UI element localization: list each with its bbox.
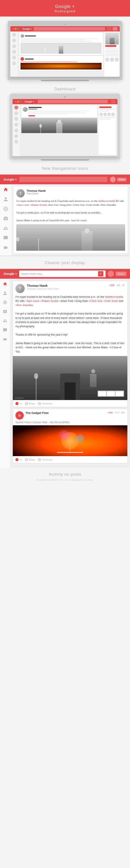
nav-topbar: Google + Share xyxy=(0,175,130,184)
mac-camera xyxy=(64,24,66,25)
cleaner-sidebar-chat[interactable] xyxy=(2,327,8,333)
mac-screen-body xyxy=(10,31,120,77)
cleaner-gadget-stats: +166 +117 30k xyxy=(107,411,125,414)
stat-comment: 22 xyxy=(122,284,125,286)
dashboard-search xyxy=(38,100,108,103)
mac-text-line xyxy=(21,41,92,42)
mac-search xyxy=(34,27,105,31)
cleaner-body: T Thomas Hawk Originally shared by Yotat… xyxy=(0,279,130,468)
cleaner-gadget-image xyxy=(13,425,127,456)
cleaner-gadget-meta: The Gadget Flow +166 +117 30k xyxy=(26,411,125,414)
mac-base xyxy=(41,80,89,81)
cleaner-gadget-link: Sparkle Palace Cocktail Table - http://b… xyxy=(13,421,127,425)
mac-avatar-2 xyxy=(21,57,24,61)
header-title: Google + xyxy=(4,4,126,9)
cleaner-gadget-share[interactable]: Share xyxy=(25,458,35,461)
cleaner-sidebar-home[interactable] xyxy=(2,281,8,287)
cleaner-sidebar-person[interactable] xyxy=(2,290,8,296)
dashboard-sidebar-icon-person xyxy=(14,111,18,115)
nav-post-meta: Thomas Hawk Yotat Cohen xyxy=(26,189,46,195)
cleaner-search-icon[interactable] xyxy=(98,271,103,276)
mac-sidebar-icon xyxy=(12,44,16,48)
cleaner-thomas-stats: +298 +85 22 xyxy=(109,284,125,286)
cleaner-topbar-avatar xyxy=(108,271,114,277)
nav-sidebar-chat[interactable] xyxy=(3,235,9,241)
nav-search[interactable] xyxy=(19,177,107,182)
cleaner-mic-head xyxy=(34,373,38,379)
mac-text-line xyxy=(21,39,85,40)
dashboard-sidebar-icon-video xyxy=(14,140,18,144)
nav-topbar-avatar xyxy=(110,177,116,182)
nav-topbar-logo: Google + xyxy=(3,178,17,181)
nav-post-text: I'm super excited to be heading out to C… xyxy=(16,199,125,222)
cleaner-gadget-actions: +1 Share Comment xyxy=(13,456,127,463)
nav-topbar-right: Share xyxy=(110,177,127,182)
cleaner-share-btn[interactable]: Share xyxy=(116,272,127,276)
cleaner-thomas-name: Thomas Hawk xyxy=(27,284,59,287)
nav-sidebar-group[interactable] xyxy=(3,225,9,231)
mac-right-avatar-2 xyxy=(110,57,114,62)
mac-topbar: Google + xyxy=(10,26,120,31)
gadget-stat-comment: 30k xyxy=(121,411,125,414)
gadget-stat-share: +117 xyxy=(114,411,120,414)
mac-right-item xyxy=(105,50,119,53)
mac-body: Google + xyxy=(8,21,122,80)
mac-link-line xyxy=(21,61,77,62)
mac-post-card-2 xyxy=(19,56,103,71)
page-header: Google + Redesigned xyxy=(0,0,130,17)
laptop-wrapper: Google + xyxy=(8,21,122,81)
cleaner-sidebar-video[interactable] xyxy=(2,336,8,342)
stat-plus: +298 xyxy=(109,284,114,286)
cleaner-gadget-avatar: G xyxy=(16,411,24,420)
nav-poster-sub: Yotat Cohen xyxy=(26,192,46,195)
nav-sidebar-person[interactable] xyxy=(3,196,9,202)
cleaner-thomas-avatar: T xyxy=(16,284,25,293)
mac-name-bar xyxy=(25,35,36,36)
dashboard-post-content xyxy=(28,107,96,116)
nav-share-btn[interactable]: Share xyxy=(117,178,127,181)
mac-main xyxy=(18,31,120,77)
cleaner-thomas-body: I'm super excited to be heading out to C… xyxy=(13,295,127,356)
cleaner-sidebar-planet[interactable] xyxy=(2,299,8,306)
nav-sidebar-video[interactable] xyxy=(3,245,9,251)
mac-screen: Google + xyxy=(10,26,120,77)
cleaner-gadget-plusone[interactable]: +1 xyxy=(16,458,22,461)
cleaner-gadget-comment[interactable]: Comment xyxy=(38,458,52,461)
nav-icons-label: New Navigational Icons xyxy=(0,163,130,174)
dashboard-sidebar xyxy=(12,104,20,156)
dashboard-mac-camera xyxy=(64,96,66,98)
mac-sidebar-icon xyxy=(12,38,16,42)
cleaner-action-share[interactable]: Share xyxy=(25,402,35,405)
cleaner-action-plusone[interactable]: +1 xyxy=(16,402,22,405)
mac-sidebar-icon xyxy=(12,50,16,54)
nav-sidebar-planet[interactable] xyxy=(3,206,9,212)
nav-sidebar[interactable] xyxy=(0,184,11,255)
cleaner-sidebar-camera[interactable] xyxy=(2,309,8,315)
activity-label: Activity on posts xyxy=(0,472,130,477)
cleaner-thomas-image: prophet 08 xyxy=(13,356,127,400)
header-subtitle: Redesigned xyxy=(4,9,126,13)
nav-sidebar-home[interactable] xyxy=(3,186,9,193)
dashboard-right-panel xyxy=(99,105,116,155)
nav-sidebar-camera[interactable] xyxy=(3,216,9,222)
gadget-stat-plus: +166 xyxy=(107,411,113,414)
mac-right-avatar-3 xyxy=(115,57,119,62)
dashboard-sidebar-icon-home xyxy=(14,105,18,110)
cleaner-post-thomas-header: T Thomas Hawk Originally shared by Yotat… xyxy=(13,281,127,295)
dashboard-main xyxy=(20,104,118,156)
cleaner-topbar: Google + Search what's new... Share xyxy=(0,269,130,279)
mac-profile-img xyxy=(105,32,119,44)
dashboard-sidebar-icon-group xyxy=(14,128,18,132)
cleaner-label: Cleaner post display xyxy=(0,256,130,268)
activity-section: Activity on posts An additional detail o… xyxy=(0,468,130,485)
dashboard-sidebar-icon-camera xyxy=(14,123,18,127)
cleaner-sidebar[interactable] xyxy=(0,279,10,468)
cleaner-sidebar-group[interactable] xyxy=(2,318,8,324)
cleaner-feed: T Thomas Hawk Originally shared by Yotat… xyxy=(10,279,130,468)
cleaner-thomas-meta: Thomas Hawk Originally shared by Yotat C… xyxy=(27,284,125,290)
cleaner-search[interactable]: Search what's new... xyxy=(19,271,106,277)
dashboard-mac-body: Google + xyxy=(10,94,120,159)
dashboard-laptop: Google + xyxy=(0,94,130,163)
cleaner-action-comment[interactable]: Comment xyxy=(38,402,52,405)
mac-right-item-2 xyxy=(105,54,119,57)
